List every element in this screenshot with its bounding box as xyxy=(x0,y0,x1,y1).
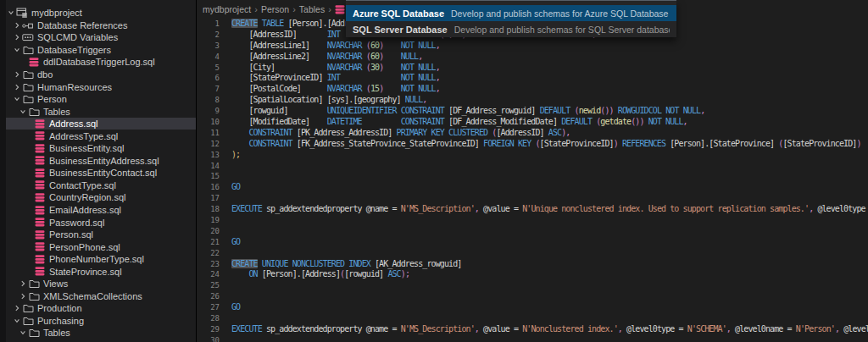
code-line[interactable]: 13); xyxy=(198,150,868,161)
chevron-down-icon[interactable] xyxy=(14,47,20,53)
tree-chevron[interactable] xyxy=(12,46,22,54)
chevron-down-icon[interactable] xyxy=(14,96,20,102)
tree-item-mydbproject[interactable]: mydbproject xyxy=(0,7,196,19)
tree-chevron[interactable] xyxy=(12,21,22,30)
code-line[interactable]: 26 xyxy=(198,291,868,302)
tree-chevron[interactable] xyxy=(12,95,22,103)
code-line[interactable]: 15 xyxy=(198,171,868,182)
tree-item-label: CountryRegion.sql xyxy=(49,192,126,202)
chevron-right-icon[interactable] xyxy=(14,84,20,91)
chevron-down-icon[interactable] xyxy=(14,317,20,324)
chevron-right-icon[interactable] xyxy=(14,22,20,29)
tree-item-databasetriggers[interactable]: DatabaseTriggers xyxy=(0,44,196,57)
code-line[interactable]: 30 xyxy=(198,335,868,342)
chevron-down-icon[interactable] xyxy=(19,329,26,336)
tree-item-countryregion-sql[interactable]: CountryRegion.sql xyxy=(0,191,196,204)
tree-item-phonenumbertype-sql[interactable]: PhoneNumberType.sql xyxy=(0,253,196,266)
tree-item-tables[interactable]: Tables xyxy=(0,327,196,339)
code-line[interactable]: 27GO xyxy=(198,302,868,313)
chevron-right-icon[interactable] xyxy=(14,34,20,41)
chevron-down-icon[interactable] xyxy=(8,9,14,16)
code-line[interactable]: 20 xyxy=(198,226,868,237)
code-line[interactable]: 3 [AddressLine1] NVARCHAR (60) NOT NULL, xyxy=(198,41,868,52)
code-line[interactable]: 9 [rowguid] UNIQUEIDENTIFIER CONSTRAINT … xyxy=(198,106,868,117)
tree-item-xmlschemacollections[interactable]: XMLSchemaCollections xyxy=(0,290,196,303)
code-line[interactable]: 17 xyxy=(198,193,868,204)
tree-chevron[interactable] xyxy=(18,108,28,116)
tree-item-dbo[interactable]: dbo xyxy=(0,69,196,81)
breadcrumb-segment[interactable]: Tables xyxy=(299,4,325,14)
code-line[interactable]: 6 [StateProvinceID] INT NOT NULL, xyxy=(198,73,868,84)
line-number: 20 xyxy=(198,226,220,237)
code-line[interactable]: 8 [SpatialLocation] [sys].[geography] NU… xyxy=(198,95,868,106)
tree-item-sqlcmd-variables[interactable]: SQLCMD Variables xyxy=(0,31,196,44)
chevron-right-icon[interactable] xyxy=(14,305,20,312)
tree-item-password-sql[interactable]: Password.sql xyxy=(0,216,196,229)
tree-item-businessentity-sql[interactable]: BusinessEntity.sql xyxy=(0,142,196,155)
tree-item-addresstype-sql[interactable]: AddressType.sql xyxy=(0,130,196,142)
chevron-right-icon[interactable] xyxy=(14,71,20,78)
quickpick-item-azure-sql-database[interactable]: Azure SQL DatabaseDevelop and publish sc… xyxy=(346,5,676,21)
tree-chevron[interactable] xyxy=(12,83,22,91)
code-line[interactable]: 14 xyxy=(198,161,868,172)
tree-item-person-sql[interactable]: Person.sql xyxy=(0,229,196,241)
line-number: 18 xyxy=(198,204,220,215)
chevron-spacer xyxy=(24,168,34,177)
folder-icon xyxy=(23,45,34,55)
code-line[interactable]: 7 [PostalCode] NVARCHAR (15) NOT NULL, xyxy=(198,84,868,95)
tree-chevron[interactable] xyxy=(18,279,28,288)
tree-chevron[interactable] xyxy=(6,8,16,17)
chevron-down-icon[interactable] xyxy=(19,108,26,115)
code-line[interactable]: 16GO xyxy=(198,182,868,193)
code-line[interactable]: 10 [ModifiedDate] DATETIME CONSTRAINT [D… xyxy=(198,117,868,128)
tree-item-humanresources[interactable]: HumanResources xyxy=(0,80,196,93)
tree-item-businessentitycontact-sql[interactable]: BusinessEntityContact.sql xyxy=(0,167,196,179)
code-line[interactable]: 19 xyxy=(198,215,868,226)
code-line[interactable]: 4 [AddressLine2] NVARCHAR (60) NULL, xyxy=(198,52,868,63)
code-line[interactable]: 25 xyxy=(198,280,868,291)
tree-item-views[interactable]: Views xyxy=(0,278,196,290)
code-line[interactable]: 29EXECUTE sp_addextendedproperty @name =… xyxy=(198,324,868,335)
tree-item-contacttype-sql[interactable]: ContactType.sql xyxy=(0,179,196,192)
tree-item-tables[interactable]: Tables xyxy=(0,105,196,118)
tree-item-person[interactable]: Person xyxy=(0,93,196,106)
tree-item-personphone-sql[interactable]: PersonPhone.sql xyxy=(0,240,196,253)
tree-item-businessentityaddress-sql[interactable]: BusinessEntityAddress.sql xyxy=(0,155,196,168)
tree-item-emailaddress-sql[interactable]: EmailAddress.sql xyxy=(0,204,196,217)
code-text: [rowguid] UNIQUEIDENTIFIER CONSTRAINT [D… xyxy=(231,106,704,117)
editor-pane[interactable]: mydbproject›Person›Tables›Address.sql 1C… xyxy=(198,0,868,342)
tree-item-stateprovince-sql[interactable]: StateProvince.sql xyxy=(0,265,196,278)
code-line[interactable]: 11 CONSTRAINT [PK_Address_AddressID] PRI… xyxy=(198,128,868,139)
code-line[interactable]: 28 xyxy=(198,313,868,324)
tree-item-address-sql[interactable]: Address.sql xyxy=(0,118,196,130)
tree-item-purchasing[interactable]: Purchasing xyxy=(0,315,196,328)
tree-chevron[interactable] xyxy=(12,33,22,41)
sql-icon-slot xyxy=(34,242,46,252)
sql-file-icon xyxy=(35,144,45,153)
quickpick-item-sql-server-database[interactable]: SQL Server DatabaseDevelop and publish s… xyxy=(346,21,676,37)
sql-icon-slot xyxy=(34,192,46,202)
chevron-right-icon[interactable] xyxy=(19,280,26,287)
tree-chevron[interactable] xyxy=(18,328,28,337)
code-line[interactable]: 24 ON [Person].[Address]([rowguid] ASC); xyxy=(198,269,868,280)
code-line[interactable]: 18EXECUTE sp_addextendedproperty @name =… xyxy=(198,204,868,215)
code-area[interactable]: 1CREATE TABLE [Person].[Address] (2 [Add… xyxy=(198,19,868,342)
code-line[interactable]: 23CREATE UNIQUE NONCLUSTERED INDEX [AK_A… xyxy=(198,259,868,270)
breadcrumb-segment[interactable]: mydbproject xyxy=(203,4,251,14)
code-text: ); xyxy=(231,150,240,161)
code-line[interactable]: 5 [City] NVARCHAR (30) NOT NULL, xyxy=(198,63,868,74)
code-text: [SpatialLocation] [sys].[geography] NULL… xyxy=(231,95,426,106)
tree-chevron[interactable] xyxy=(12,317,22,325)
breadcrumb-segment[interactable]: Person xyxy=(261,4,289,14)
tree-item-database-references[interactable]: Database References xyxy=(0,19,196,32)
tree-item-label: Password.sql xyxy=(49,218,104,228)
tree-chevron[interactable] xyxy=(12,70,22,79)
code-line[interactable]: 12 CONSTRAINT [FK_Address_StateProvince_… xyxy=(198,139,868,150)
tree-chevron[interactable] xyxy=(12,304,22,312)
tree-item-production[interactable]: Production xyxy=(0,302,196,315)
tree-item-ddldatabasetriggerlog-sql[interactable]: ddlDatabaseTriggerLog.sql xyxy=(0,56,196,69)
code-line[interactable]: 22 xyxy=(198,248,868,259)
code-line[interactable]: 21GO xyxy=(198,237,868,248)
tree-chevron[interactable] xyxy=(18,292,28,301)
chevron-right-icon[interactable] xyxy=(19,293,26,300)
